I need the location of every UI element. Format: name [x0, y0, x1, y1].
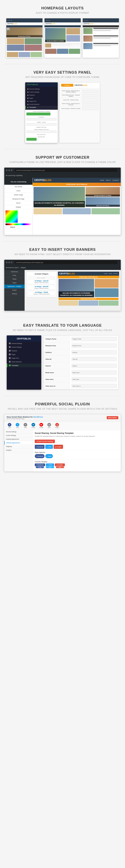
trans-field-input-3[interactable]: Authors — [72, 350, 117, 354]
social-sidebar-sharing[interactable]: Sharing Appearance — [4, 441, 33, 445]
social-plugin-logo: Easy Social Share Buttons for WordPress — [7, 416, 43, 418]
trans-field-input-5[interactable]: Search — [72, 364, 117, 368]
trans-nav-pages[interactable]: Pages — [7, 352, 41, 356]
social-icon-facebook[interactable]: f Share — [6, 422, 13, 429]
layout-card-2[interactable]: CRYPTOBLOG BACHELOR DOMESTIC EXTENDED — [44, 18, 81, 58]
social-sidebar-general[interactable]: General Settings — [4, 430, 33, 434]
social-icon-twitter[interactable]: t Tweet — [14, 422, 21, 429]
customizer-option-2[interactable]: Colors — [4, 189, 33, 193]
wp-sidebar-item-4[interactable]: Pages — [4, 281, 25, 285]
wp-sidebar-item-1[interactable]: Dashboard — [4, 270, 25, 274]
customizer-option-3[interactable]: Header Image — [4, 193, 33, 197]
translation-section: EASY TRANSLATE TO YOUR LANGUAGE NO NEED … — [0, 317, 125, 396]
trans-field-row-5: Search Search — [43, 363, 118, 369]
dot-5 — [47, 20, 48, 21]
field-input-5[interactable] — [27, 130, 56, 133]
social-icon-yt[interactable]: ▶ YouTube — [38, 422, 45, 429]
social-enable-btn[interactable]: Enable Social Sharing — [35, 440, 55, 443]
share-btn-tw-round[interactable]: t Twitter — [45, 454, 53, 458]
tw-counter-btn[interactable]: t Twitter 856 — [46, 463, 54, 468]
social-sidebar-heading[interactable]: Heading Appearence — [4, 437, 33, 441]
nav-item-social[interactable]: Social Networks — [25, 103, 58, 106]
widget-search[interactable]: Search widgets... — [28, 277, 55, 278]
settings-row-5: Home carousel - Number of results — [61, 106, 98, 111]
color-hex-input[interactable]: #f39c12 — [5, 226, 20, 229]
trans-field-input-1[interactable]: Today's Posts — [72, 337, 117, 341]
trans-field-input-8[interactable]: View more in — [72, 384, 117, 388]
gp-counter-btn[interactable]: g Google+ 234 — [55, 463, 65, 468]
row-input-3[interactable] — [82, 98, 98, 101]
share-btn-fb-round[interactable]: f Facebook — [35, 454, 44, 458]
row-input-5[interactable] — [82, 107, 98, 110]
nav-item-control[interactable]: Control Settings — [25, 91, 58, 94]
share-btn-tw[interactable]: t Twitter — [45, 445, 53, 449]
trans-nav-control[interactable]: Control Settings — [7, 345, 41, 349]
settings-panel-header: CRYPTOBLOG — [25, 82, 58, 87]
widget-banner: Ad Widget - 300x250 Display a 300x250 ba… — [28, 285, 55, 290]
nav-contact: CONTACT — [112, 180, 119, 181]
trans-nav-general[interactable]: General Settings — [7, 342, 41, 345]
wp-sidebar-item-7[interactable]: Settings — [4, 292, 25, 296]
nav-item-single[interactable]: Single Post — [25, 100, 58, 103]
share-btn-fb[interactable]: f Facebook — [35, 445, 44, 449]
sidebar-post-1: BACHELOR DOMESTIC EXTENDED — [86, 187, 120, 196]
social-icon-linkedin[interactable]: in LinkedIn — [30, 422, 37, 429]
row-input-1[interactable] — [82, 90, 98, 93]
list-desc-3b — [93, 45, 111, 46]
layout-card-3[interactable]: CRYPTOBLOG — [83, 18, 119, 58]
sidebar-posts: BACHELOR DOMESTIC EXTENDED PURCHASE CRYP… — [86, 187, 120, 207]
sidebar-post-2: PURCHASE CRYPTOBLOG — [86, 197, 120, 207]
widget-list: Available Widgets Search widgets... Ad W… — [26, 272, 57, 306]
trans-field-input-6[interactable]: Read more — [72, 371, 117, 375]
fb-counter-btn[interactable]: f Facebook 1.2K — [35, 463, 45, 468]
field-select-1[interactable] — [27, 113, 50, 115]
follow-icon: + — [24, 423, 27, 427]
tw-round-label: Twitter — [48, 456, 52, 457]
social-icon-google[interactable]: g Google+ — [53, 422, 61, 429]
nav-item-translation[interactable]: Translation — [25, 106, 58, 109]
translation-preview: CRYPTOBLOG General Settings Control Sett… — [4, 335, 121, 390]
hero-title-1: Breaking News Title Here — [7, 36, 42, 37]
field-input-3[interactable] — [27, 123, 56, 126]
wp-sidebar-item-6[interactable]: Plugins — [4, 288, 25, 292]
sidebar-post-overlay-2: PURCHASE CRYPTOBLOG — [86, 205, 120, 207]
trans-nav-single[interactable]: Single Post — [7, 356, 41, 360]
color-hue-slider[interactable] — [5, 223, 31, 225]
trans-nav-features[interactable]: Features — [7, 349, 41, 352]
social-sidebar-targeting[interactable]: Targeting — [4, 445, 33, 448]
wp-sidebar-item-5-widgets[interactable]: Appearance › Widgets — [4, 285, 25, 288]
social-plugin-header: Easy Social Share Buttons for WordPress … — [4, 414, 121, 421]
translation-logo: CRYPTOBLOG — [17, 338, 31, 340]
trans-nav-translation[interactable]: Translation — [7, 364, 41, 367]
field-input-2[interactable] — [27, 118, 56, 121]
wp-sidebar-item-2[interactable]: Posts — [4, 274, 25, 277]
settings-right-panel: Featured CRYPTOBLOG Home carousel - Rece… — [59, 82, 100, 143]
color-picker-gradient[interactable] — [5, 210, 18, 223]
row-input-2[interactable] — [82, 94, 98, 97]
customizer-option-4[interactable]: Background Image — [4, 197, 33, 201]
trans-field-input-7[interactable]: View more — [72, 377, 117, 381]
trans-field-input-4[interactable]: View all — [72, 357, 117, 361]
customizer-option-5[interactable]: Menus — [4, 201, 33, 205]
customizer-option-1[interactable]: Site Identity — [4, 185, 33, 189]
row-input-4[interactable] — [82, 103, 98, 105]
trans-field-label-2: Random Post — [43, 342, 70, 349]
customizer-option-6[interactable]: Widgets — [4, 205, 33, 209]
banner-posts-area: BACHELOR DOMESTIC EXTENDED DOUBTFUL AS C… — [58, 278, 119, 298]
settings-panel-title: VERY EASY SETTINGS PANEL — [4, 70, 121, 74]
social-icon-follow[interactable]: + Follow — [22, 422, 29, 429]
featured-post-title-main: BACHELOR DOMESTIC EXTENDED DOUBTFUL AS C… — [35, 202, 84, 206]
share-btn-gp[interactable]: g Google+ — [54, 445, 63, 449]
wp-sidebar-item-3[interactable]: Media — [4, 277, 25, 281]
nav-item-pages[interactable]: Pages — [25, 97, 58, 100]
trans-nav-social[interactable]: Social Networks — [7, 360, 41, 364]
nav-item-general[interactable]: General Settings — [25, 88, 58, 91]
trans-field-input-2[interactable]: Random Post — [72, 344, 117, 348]
banners-url-text: localhost/cryptoblog/wp-admin/widgets.ph… — [16, 262, 43, 263]
nav-like-select[interactable] — [27, 138, 37, 141]
nav-item-features[interactable]: Features — [25, 94, 58, 97]
social-sidebar-control[interactable]: Control Settings — [4, 434, 33, 437]
social-icon-email[interactable]: @ Email — [45, 422, 53, 429]
layout-card-1[interactable]: CRYPTOBLOG Breaking News Title Here — [6, 18, 43, 58]
social-sidebar-analytics[interactable]: Analytics — [4, 448, 33, 452]
